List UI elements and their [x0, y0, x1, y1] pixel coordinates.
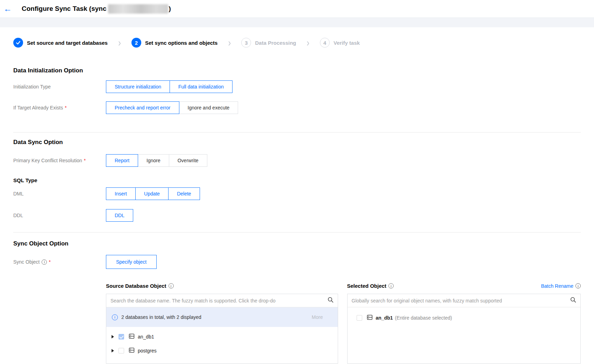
selected-object-list: an_db1 (Entire database selected): [348, 307, 580, 325]
database-name[interactable]: postgres: [138, 348, 157, 354]
source-search-input[interactable]: [110, 298, 325, 304]
tree-row-postgres[interactable]: postgres: [106, 344, 338, 358]
chevron-right-icon: ›: [307, 37, 309, 48]
ignore-button[interactable]: Ignore: [138, 154, 169, 167]
batch-rename-link[interactable]: Batch Rename i: [541, 283, 581, 289]
ddl-row: DDL DDL: [13, 209, 581, 222]
step-4-label: Verify task: [334, 40, 360, 46]
source-panel-title: Source Database Object i: [106, 283, 174, 289]
source-database-tree: an_db1 postgres: [106, 327, 338, 358]
postgres-checkbox[interactable]: [119, 348, 124, 354]
page-title: Configure Sync Task (sync ): [22, 4, 171, 14]
info-icon[interactable]: i: [388, 283, 394, 288]
search-icon[interactable]: [570, 297, 576, 304]
step-3-data-processing: 3 Data Processing: [241, 38, 296, 48]
report-button[interactable]: Report: [106, 154, 138, 167]
chevron-right-icon: ›: [118, 37, 121, 48]
section-title-data-initialization: Data Initialization Option: [13, 67, 581, 74]
precheck-report-error-button[interactable]: Precheck and report error: [106, 101, 179, 114]
step-1-label: Set source and target databases: [27, 40, 108, 46]
pk-conflict-row: Primary Key Conflict Resolution * Report…: [13, 154, 581, 167]
database-name[interactable]: an_db1: [376, 315, 393, 321]
step-4-verify-task: 4 Verify task: [320, 38, 360, 48]
section-title-sync-object: Sync Object Option: [13, 240, 581, 247]
specify-object-button[interactable]: Specify object: [106, 255, 157, 269]
pk-conflict-label: Primary Key Conflict Resolution *: [13, 158, 106, 163]
if-target-exists-row: If Target Already Exists * Precheck and …: [13, 101, 581, 114]
update-button[interactable]: Update: [135, 187, 169, 200]
section-divider: [13, 232, 581, 233]
database-icon: [129, 333, 135, 341]
structure-initialization-button[interactable]: Structure initialization: [106, 80, 170, 93]
selected-an_db1-checkbox[interactable]: [357, 315, 362, 321]
pk-conflict-options: Report Ignore Overwrite: [106, 154, 207, 167]
info-icon[interactable]: i: [169, 283, 174, 288]
database-count-text: 2 databases in total, with 2 displayed: [121, 314, 201, 320]
redacted-task-id: [108, 4, 168, 14]
insert-button[interactable]: Insert: [106, 187, 136, 200]
required-asterisk: *: [84, 158, 86, 163]
info-icon: i: [112, 314, 118, 320]
ddl-button[interactable]: DDL: [106, 209, 133, 222]
page-title-close-paren: ): [169, 5, 171, 13]
initialization-type-row: Initialization Type Structure initializa…: [13, 80, 581, 93]
required-asterisk: *: [65, 105, 66, 110]
step-2-label: Set sync options and objects: [145, 40, 218, 46]
step-1-check-icon: [13, 38, 23, 48]
step-3-number: 3: [241, 38, 251, 48]
step-2-number: 2: [131, 38, 141, 48]
selected-search-row: [348, 294, 580, 307]
selected-search-input[interactable]: [352, 298, 567, 304]
if-target-exists-options: Precheck and report error Ignore and exe…: [106, 101, 238, 114]
tree-row-an_db1[interactable]: an_db1: [106, 330, 338, 344]
info-icon[interactable]: i: [575, 283, 581, 288]
selected-row-an_db1[interactable]: an_db1 (Entire database selected): [348, 311, 580, 325]
dml-options: Insert Update Delete: [106, 187, 200, 200]
search-icon[interactable]: [328, 297, 334, 304]
selected-panel-title: Selected Object i: [347, 283, 394, 289]
initialization-type-options: Structure initialization Full data initi…: [106, 80, 232, 93]
section-title-data-sync: Data Sync Option: [13, 139, 581, 146]
source-info-bar: i 2 databases in total, with 2 displayed…: [106, 307, 338, 327]
an_db1-checkbox[interactable]: [119, 334, 124, 340]
initialization-type-label: Initialization Type: [13, 84, 106, 90]
info-icon[interactable]: i: [42, 259, 47, 265]
database-icon: [129, 347, 135, 355]
step-1-set-source-target: Set source and target databases: [13, 38, 108, 48]
object-selection-area: Source Database Object i Selected Object…: [106, 283, 581, 364]
more-link[interactable]: More: [312, 314, 323, 320]
sql-type-subtitle: SQL Type: [13, 177, 581, 183]
chevron-right-icon: ›: [228, 37, 231, 48]
sync-object-row: Sync Object i * Specify object: [13, 255, 581, 269]
wizard-steps: Set source and target databases › 2 Set …: [13, 36, 581, 49]
step-4-number: 4: [320, 38, 330, 48]
source-search-row: [106, 294, 338, 307]
database-name[interactable]: an_db1: [138, 334, 154, 340]
ddl-label: DDL: [13, 213, 106, 218]
selected-object-panel: an_db1 (Entire database selected): [347, 294, 581, 364]
overwrite-button[interactable]: Overwrite: [169, 154, 207, 167]
step-2-sync-options: 2 Set sync options and objects: [131, 38, 218, 48]
delete-button[interactable]: Delete: [168, 187, 200, 200]
required-asterisk: *: [49, 259, 50, 265]
dml-label: DML: [13, 191, 106, 197]
sync-object-label: Sync Object i *: [13, 259, 106, 265]
source-database-object-panel: i 2 databases in total, with 2 displayed…: [106, 294, 338, 364]
ddl-options: DDL: [106, 209, 133, 222]
header-divider-band: [0, 17, 594, 27]
page-title-text: Configure Sync Task (sync: [22, 5, 107, 13]
section-divider: [13, 132, 581, 133]
dml-row: DML Insert Update Delete: [13, 187, 581, 200]
collapsed-triangle-icon[interactable]: [112, 335, 114, 338]
sync-object-options: Specify object: [106, 255, 157, 269]
full-data-initialization-button[interactable]: Full data initialization: [170, 80, 232, 93]
ignore-and-execute-button[interactable]: Ignore and execute: [179, 101, 238, 114]
page-header: ← Configure Sync Task (sync ): [0, 0, 594, 17]
back-arrow-icon[interactable]: ←: [3, 5, 12, 13]
step-3-label: Data Processing: [255, 40, 296, 46]
collapsed-triangle-icon[interactable]: [112, 349, 114, 352]
database-icon: [367, 314, 373, 322]
if-target-exists-label: If Target Already Exists *: [13, 105, 106, 110]
selection-note: (Entire database selected): [395, 315, 452, 321]
